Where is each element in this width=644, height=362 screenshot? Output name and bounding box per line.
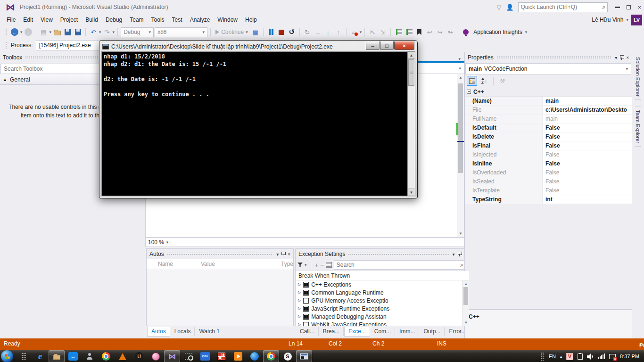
menu-file[interactable]: File [3,15,19,25]
quick-launch-input[interactable] [520,4,602,10]
scroll-down-icon[interactable]: ▼ [462,319,469,326]
refresh-icon[interactable]: ↻ [303,27,312,37]
menu-project[interactable]: Project [57,15,82,25]
start-button[interactable] [1,350,13,362]
breakpoints-icon[interactable]: ⌓ [352,29,356,35]
new-project-icon[interactable]: ▤ [39,27,49,37]
close-icon[interactable]: × [626,55,629,60]
console-window-taskbar[interactable] [296,350,312,362]
show-next-statement-icon[interactable]: ⇱ [368,27,377,37]
dev-cpp-icon[interactable]: DEV [200,352,210,361]
exception-row[interactable]: ▷ GPU Memory Access Exceptio [296,296,469,304]
checkbox-checked[interactable] [303,314,309,320]
feedback-icon[interactable]: 👤 [506,4,513,11]
console-output-area[interactable]: nhap d1: 15/2/2018 nhap d2: d1: the Date… [101,51,415,196]
quick-launch-box[interactable]: ⌕ [518,2,608,12]
expand-triangle-icon[interactable]: ▷ [298,298,301,303]
zoom-dropdown[interactable]: 100 %▾ [146,238,171,247]
console-close-button[interactable]: × [394,41,414,50]
autos-drag-handle[interactable] [167,253,273,256]
browser-icon-blue[interactable] [250,352,259,361]
tray-v-icon[interactable]: V [566,353,573,360]
menu-edit[interactable]: Edit [19,15,37,25]
console-title-bar[interactable]: C:\Users\Administrator\Desktop\Slide kĩ … [101,42,415,51]
redo-icon[interactable]: ↷ [102,27,112,37]
exception-row[interactable]: ▷ Common Language Runtime [296,288,469,296]
restart-icon[interactable]: ↺ [287,27,297,37]
scrollbar-thumb[interactable] [408,59,414,86]
scrollbar-thumb[interactable] [458,83,463,173]
exception-scrollbar[interactable]: ▲ ▼ [462,280,469,326]
tray-expand-icon[interactable]: ▴ [560,354,562,359]
snipping-tool-icon[interactable] [185,353,192,360]
search-icon[interactable]: ⌕ [460,261,463,269]
contacts-app-icon[interactable] [86,353,93,360]
tab-locals[interactable]: Locals [171,327,195,336]
break-all-icon[interactable] [269,29,273,35]
menu-debug[interactable]: Debug [102,15,126,25]
avatar[interactable]: LV [631,15,642,25]
menu-build[interactable]: Build [82,15,102,25]
expand-triangle-icon[interactable]: ▷ [298,306,301,311]
save-icon[interactable] [65,29,71,35]
console-window[interactable]: C:\Users\Administrator\Desktop\Slide kĩ … [99,40,418,198]
media-player-icon[interactable] [234,352,242,361]
bookmark-icon[interactable] [417,29,421,35]
properties-drag-handle[interactable] [496,56,612,59]
property-row[interactable]: IsTemplateFalse [465,186,632,195]
exception-search-box[interactable]: ⌕ [334,260,467,270]
tab-watch1[interactable]: Watch 1 [195,327,223,336]
tray-device-icon[interactable] [578,354,583,360]
property-row[interactable]: IsSealedFalse [465,177,632,186]
red-white-blocks-icon[interactable] [218,353,225,360]
console-maximize-button[interactable]: □ [380,41,394,50]
property-row[interactable]: IsDeleteFalse [465,132,632,141]
search-icon[interactable]: ⌕ [602,3,605,11]
internet-explorer-icon[interactable]: e [38,352,42,362]
menu-analyze[interactable]: Analyze [186,15,214,25]
chrome-open[interactable] [263,350,279,362]
solution-platform-dropdown[interactable]: x86▾ [155,27,207,37]
checkbox-checked[interactable] [303,290,309,296]
application-insights-dropdown[interactable]: ▾ [525,30,528,34]
prev-bookmark-icon[interactable]: ↩ [425,27,434,37]
scroll-down-icon[interactable]: ▼ [457,230,464,237]
exception-row[interactable]: ▷ Managed Debugging Assistan [296,313,469,321]
property-row[interactable]: IsDefaultFalse [465,123,632,132]
next-bookmark-icon[interactable]: ↪ [435,27,445,37]
navigate-back-icon[interactable]: ← [11,28,18,36]
tab-immediate[interactable]: Imm... [396,327,419,336]
property-row[interactable]: (Name)main [465,97,632,106]
tab-call-stack[interactable]: Call... [296,327,319,336]
step-out-icon[interactable]: ↑ [334,27,343,37]
scrollbar-thumb[interactable] [463,287,468,305]
categorized-view-icon[interactable] [467,76,477,86]
exception-search-input[interactable] [337,262,460,268]
continue-button[interactable]: Continue ▾ [214,29,250,35]
property-row[interactable]: IsFinalFalse [465,141,632,150]
tabwell-overflow-dropdown[interactable]: ▾ [458,57,461,61]
column-value[interactable]: Value [201,261,281,267]
expand-triangle-icon[interactable]: ▷ [298,322,301,326]
step-over-icon[interactable]: → [313,27,322,37]
close-icon[interactable]: × [288,252,290,257]
exception-row[interactable]: ▷ WebKit JavaScript Exceptions [296,321,469,326]
property-row[interactable]: IsInlineFalse [465,159,632,168]
clock[interactable]: 8:37 PM [620,354,639,359]
checkbox-checked[interactable] [303,306,309,312]
scroll-down-icon[interactable]: ▼ [408,189,415,196]
unity-icon[interactable]: U [135,352,143,361]
window-position-dropdown[interactable]: ▾ [276,252,279,257]
open-file-icon[interactable] [54,31,61,35]
tab-solution-explorer[interactable]: Solution Explorer [635,54,641,100]
notifications-funnel-icon[interactable]: ▽ [496,4,501,11]
restore-defaults-icon[interactable] [326,262,332,268]
category-cpp[interactable]: − C++ [465,87,632,96]
window-position-dropdown[interactable]: ▾ [453,252,455,257]
add-exception-icon[interactable]: + [315,262,319,269]
tab-breakpoints[interactable]: Brea... [319,327,344,336]
s-swirl-app-icon[interactable]: S [284,353,292,361]
process-dropdown[interactable]: [15496] Project2.exe ▾ [36,40,105,50]
minimize-button[interactable] [615,7,620,8]
tab-autos[interactable]: Autos [147,327,170,337]
